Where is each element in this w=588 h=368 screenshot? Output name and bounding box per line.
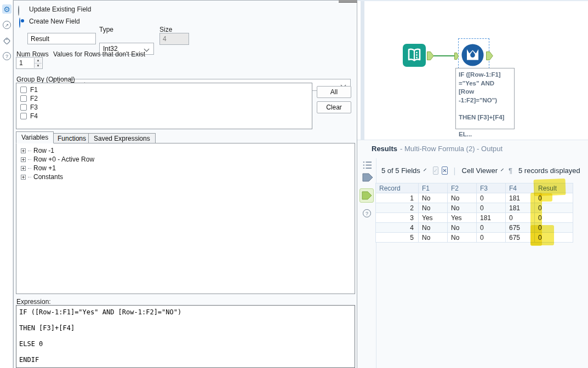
pilcrow-icon[interactable]: ¶ [509,166,512,175]
expression-text[interactable]: IF ([Row-1:F1]="Yes" AND [Row-1:F2]="NO"… [19,308,181,364]
num-rows-value: 1 [19,59,23,67]
cell-viewer-dropdown[interactable]: Cell Viewer [462,166,498,175]
cell[interactable]: No [448,193,477,203]
cell[interactable]: 1 [376,193,419,203]
all-button[interactable]: All [317,86,351,98]
table-row[interactable]: 3 Yes Yes 181 0 0 [376,213,573,223]
tool-annotation[interactable]: IF ([Row-1:F1] ="Yes" AND [Row -1:F2]="N… [455,68,515,129]
stepper-arrows[interactable]: ▲▼ [34,58,42,68]
col-f4[interactable]: F4 [506,183,535,193]
field-name-input[interactable] [27,33,96,44]
stepper-up-icon[interactable]: ▲ [35,58,42,64]
tag-icon[interactable] [2,36,12,45]
col-record[interactable]: Record [376,183,419,193]
size-label: Size [159,26,172,33]
chevron-down-icon[interactable] [501,169,504,171]
cell[interactable]: 0 [477,223,506,233]
create-new-field-radio[interactable] [19,18,20,28]
chevron-down-icon[interactable] [424,169,426,171]
cell[interactable]: No [448,203,477,213]
expand-icon[interactable] [21,148,26,153]
group-by-item[interactable]: F4 [20,112,38,120]
create-new-field-label: Create New Field [29,18,80,25]
group-by-list[interactable]: F1 F2 F3 F4 [16,83,312,129]
tree-item-label: Constants [33,173,63,181]
tree-item-row-plus-1[interactable]: Row +1 [21,164,56,172]
group-by-label: Group By (Optional) [16,76,75,83]
cell[interactable]: No [448,233,477,243]
help-icon[interactable]: ? [363,209,371,217]
help-glyph: ? [363,209,371,217]
multi-row-formula-tool[interactable] [461,44,484,66]
cell[interactable]: No [419,193,448,203]
profile-list-icon[interactable] [363,161,372,169]
cell[interactable]: No [448,223,477,233]
help-icon[interactable]: ? [2,51,12,61]
checkbox-f2[interactable] [20,95,27,102]
table-row[interactable]: 2 No No 0 181 0 [376,203,573,213]
cell[interactable]: Yes [448,213,477,223]
toolbar-separator: | [454,166,456,175]
records-displayed-label: 5 records displayed [518,166,580,175]
output-anchor-icon[interactable] [486,51,493,60]
stepper-down-icon[interactable]: ▼ [35,64,42,68]
tab-variables[interactable]: Variables [16,131,54,143]
expression-label: Expression: [16,298,51,306]
pane-divider[interactable] [361,1,364,141]
checkbox-f4[interactable] [20,113,27,119]
cell[interactable]: 4 [376,223,419,233]
cell[interactable]: No [419,233,448,243]
text-input-tool[interactable] [403,44,426,67]
cell[interactable]: No [419,203,448,213]
navigate-icon[interactable]: ↗ [2,20,12,30]
cell[interactable]: 181 [477,213,506,223]
col-f1[interactable]: F1 [419,183,448,193]
clear-button[interactable]: Clear [317,101,351,113]
cell[interactable]: Yes [419,213,448,223]
tree-item-row-minus-1[interactable]: Row -1 [21,147,54,154]
tab-saved-expressions[interactable]: Saved Expressions [88,133,156,143]
tab-functions[interactable]: Functions [52,133,92,143]
update-existing-field-radio[interactable] [18,5,19,16]
tree-item-constants[interactable]: Constants [21,173,63,181]
col-f3[interactable]: F3 [477,183,506,193]
results-title-detail: - Multi-Row Formula (2) - Output [400,145,503,153]
tree-connector [28,168,31,169]
group-by-item[interactable]: F1 [20,86,38,94]
app-window: ⚙ ↗ ? Update Existing Field Create New F… [0,0,588,368]
group-by-item-label: F4 [30,112,38,120]
variables-tree[interactable]: Row -1 Row +0 - Active Row Row +1 Consta… [16,143,355,294]
group-by-item[interactable]: F3 [20,104,38,111]
checkbox-f3[interactable] [20,104,27,111]
apply-check-icon[interactable]: ✓ [433,166,438,175]
cell[interactable]: 0 [477,203,506,213]
expand-icon[interactable] [21,175,26,180]
tag-glyph [2,36,12,45]
checkbox-f1[interactable] [20,87,27,93]
metadata-view-icon[interactable] [362,173,373,182]
expression-editor[interactable]: IF ([Row-1:F1]="Yes" AND [Row-1:F2]="NO"… [16,305,355,368]
output-anchor-tab-selected[interactable] [359,188,374,203]
group-by-item[interactable]: F2 [20,95,38,102]
results-title: Results [372,145,397,153]
splitter-grip[interactable] [339,0,357,3]
expand-icon[interactable] [21,157,26,162]
expand-icon[interactable] [21,166,26,171]
settings-icon[interactable]: ⚙ [2,4,12,14]
fields-dropdown[interactable]: 5 of 5 Fields [381,166,420,175]
input-anchor-icon[interactable] [454,53,459,60]
col-f2[interactable]: F2 [448,183,477,193]
cell[interactable]: 2 [376,203,419,213]
num-rows-stepper[interactable]: 1 ▲▼ [16,57,43,69]
cell[interactable]: 0 [477,233,506,243]
close-x-icon[interactable]: ✕ [442,166,447,175]
cell[interactable]: 0 [477,193,506,203]
tree-item-row-0[interactable]: Row +0 - Active Row [21,156,94,163]
connection-line[interactable] [433,55,455,56]
cell[interactable]: No [419,223,448,233]
output-anchor-icon[interactable] [427,51,434,60]
workflow-canvas[interactable]: IF ([Row-1:F1] ="Yes" AND [Row -1:F2]="N… [357,0,588,140]
cell[interactable]: 5 [376,233,419,243]
cell[interactable]: 3 [376,213,419,223]
group-by-item-label: F3 [30,104,38,111]
